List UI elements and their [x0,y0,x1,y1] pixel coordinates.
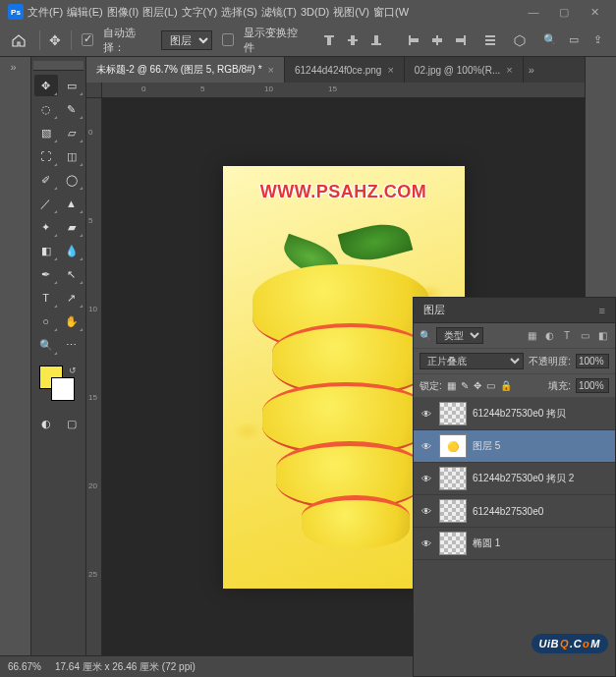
lasso-tool[interactable]: ◌ [34,98,58,120]
menu-select[interactable]: 选择(S) [221,5,257,20]
eraser-tool[interactable]: ▰ [60,216,84,238]
move-tool[interactable]: ✥ [34,75,58,96]
lock-artboard-icon[interactable]: ▭ [486,380,495,391]
filter-pixel-icon[interactable]: ▦ [525,329,538,343]
clone-tool[interactable]: ▲ [60,193,84,214]
artboard-tool[interactable]: ▭ [60,75,84,96]
move-tool-icon[interactable]: ✥ [49,32,61,48]
filter-smart-icon[interactable]: ◧ [595,329,609,343]
visibility-icon[interactable]: 👁 [420,474,433,484]
auto-select-checkbox[interactable] [82,33,93,46]
crop-tool[interactable]: ⛶ [34,145,58,167]
lock-paint-icon[interactable]: ✎ [461,380,469,391]
brush-tool[interactable]: ／ [34,193,58,214]
menu-window[interactable]: 窗口(W [373,5,409,20]
doc-tab-2[interactable]: 61244d424f0ce.png× [285,57,405,83]
menu-layer[interactable]: 图层(L) [142,5,177,20]
visibility-icon[interactable]: 👁 [420,409,433,420]
color-swatches[interactable]: ↺ [33,364,84,411]
viewmode-icon[interactable]: ▭ [563,29,585,51]
opacity-input[interactable]: 100% [576,354,609,368]
align-vcenter-icon[interactable] [342,29,364,51]
filter-adjust-icon[interactable]: ◐ [542,329,556,343]
doc-tab-1[interactable]: 未标题-2 @ 66.7% (图层 5, RGB/8#) *× [86,57,285,83]
menu-3d[interactable]: 3D(D) [301,6,329,18]
visibility-icon[interactable]: 👁 [420,538,433,549]
search-icon[interactable]: 🔍 [539,29,561,51]
collapse-rail-icon[interactable]: » [11,61,21,71]
close-window-icon[interactable]: ✕ [581,3,608,21]
align-right-icon[interactable] [450,29,472,51]
close-tab-icon[interactable]: × [268,64,274,76]
align-left-icon[interactable] [403,29,424,51]
ruler-origin[interactable] [86,83,102,98]
layer-thumbnail[interactable] [439,402,467,425]
minimize-icon[interactable]: — [520,3,547,21]
background-color[interactable] [51,377,75,401]
menu-image[interactable]: 图像(I) [107,5,139,20]
type-tool[interactable]: T [34,287,58,309]
blend-mode-select[interactable]: 正片叠底 [420,353,524,369]
maximize-icon[interactable]: ▢ [550,3,578,21]
doc-tab-3[interactable]: 02.jpg @ 100%(R...× [405,57,524,83]
align-top-icon[interactable] [318,29,340,51]
layer-row[interactable]: 👁椭圆 1 [414,528,615,560]
layer-row[interactable]: 👁61244b27530e0 拷贝 [414,398,615,430]
menu-edit[interactable]: 编辑(E) [67,5,103,20]
show-transform-checkbox[interactable] [222,33,234,46]
visibility-icon[interactable]: 👁 [420,441,433,452]
fill-input[interactable]: 100% [576,378,609,393]
hand-tool[interactable]: ✋ [60,310,84,332]
layer-row[interactable]: 👁🟡图层 5 [414,430,615,463]
marquee-ellipse-tool[interactable]: ◯ [60,169,84,191]
align-hcenter-icon[interactable] [426,29,448,51]
marquee-tool[interactable]: ▧ [34,122,58,143]
screen-mode-tool[interactable]: ▢ [60,413,84,434]
blur-tool[interactable]: 💧 [60,240,84,261]
filter-type-icon[interactable]: T [560,329,574,343]
tools-grip[interactable] [33,61,84,71]
visibility-icon[interactable]: 👁 [420,506,433,517]
3d-mode-icon[interactable] [510,29,530,51]
extra-tool[interactable]: ⋯ [60,334,84,356]
shape-tool[interactable]: ○ [34,310,58,332]
tabs-overflow-icon[interactable]: » [524,57,539,83]
menu-filter[interactable]: 滤镜(T) [261,5,297,20]
quickmask-tool[interactable]: ◐ [34,413,58,434]
layer-row[interactable]: 👁61244b27530e0 拷贝 2 [414,463,615,495]
layer-thumbnail[interactable] [439,499,467,523]
auto-select-target[interactable]: 图层 [161,30,212,50]
direct-select-tool[interactable]: ↗ [60,287,84,309]
distribute-icon[interactable] [481,29,501,51]
share-icon[interactable]: ⇪ [587,29,608,51]
gradient-tool[interactable]: ◧ [34,240,58,261]
layer-thumbnail[interactable] [439,467,467,490]
frame-tool[interactable]: ◫ [60,145,84,167]
menu-file[interactable]: 文件(F) [28,5,63,20]
zoom-tool[interactable]: 🔍 [34,334,58,356]
layer-row[interactable]: 👁61244b27530e0 [414,495,615,528]
quick-select-tool[interactable]: ✎ [60,98,84,120]
panel-menu-icon[interactable]: ≡ [599,305,605,316]
lock-transparency-icon[interactable]: ▦ [447,380,456,391]
close-tab-icon[interactable]: × [506,64,512,76]
ruler-vertical[interactable]: 0510152025 [86,98,102,655]
close-tab-icon[interactable]: × [387,64,393,76]
doc-info[interactable]: 17.64 厘米 x 26.46 厘米 (72 ppi) [55,660,196,674]
filter-type-select[interactable]: 类型 [436,327,483,344]
poly-lasso-tool[interactable]: ▱ [60,122,84,143]
layer-thumbnail[interactable] [439,532,467,555]
pen-tool[interactable]: ✒ [34,263,58,285]
lock-all-icon[interactable]: 🔒 [500,380,512,391]
filter-search-icon[interactable]: 🔍 [420,330,431,341]
menu-type[interactable]: 文字(Y) [182,5,218,20]
filter-shape-icon[interactable]: ▭ [578,329,591,343]
path-select-tool[interactable]: ↖ [60,263,84,285]
swap-colors-icon[interactable]: ↺ [69,366,77,375]
align-bottom-icon[interactable] [365,29,387,51]
ruler-horizontal[interactable]: 051015 [102,83,585,98]
home-icon[interactable] [8,28,29,52]
menu-view[interactable]: 视图(V) [333,5,369,20]
history-brush-tool[interactable]: ✦ [34,216,58,238]
lock-position-icon[interactable]: ✥ [474,380,481,391]
